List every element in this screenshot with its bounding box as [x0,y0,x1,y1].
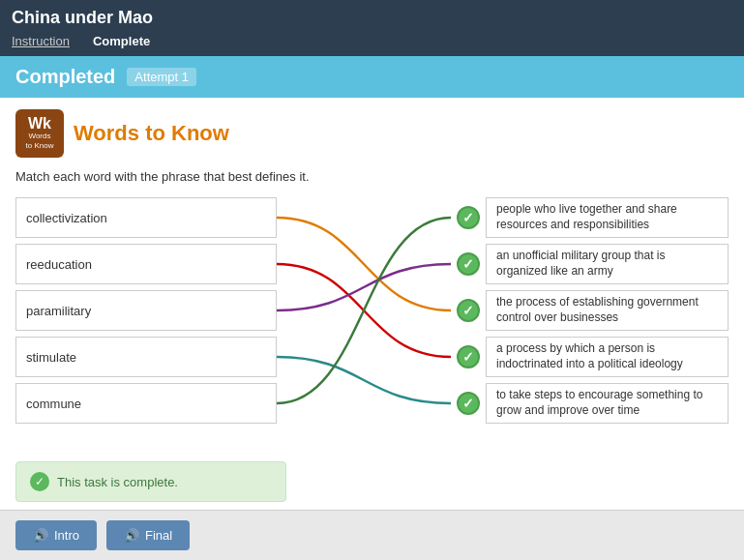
word-commune[interactable]: commune [15,383,277,424]
bottom-bar: 🔊 Intro 🔊 Final [0,510,744,560]
completed-bar: Completed Attempt 1 [0,56,744,98]
check-3: ✓ [455,290,482,331]
speaker-icon: 🔊 [33,528,48,543]
def-reeducation[interactable]: a process by which a person is indoctrin… [486,337,729,377]
check-4: ✓ [455,337,482,377]
def-collectivization[interactable]: the process of establishing government c… [486,290,729,331]
check-5: ✓ [455,383,482,424]
task-complete-text: This task is complete. [57,475,178,489]
instruction-text: Match each word with the phrase that bes… [15,169,729,184]
left-words-column: collectivization reeducation paramilitar… [15,197,277,450]
lines-area [277,197,451,450]
task-check-icon: ✓ [30,472,49,491]
attempt-badge: Attempt 1 [127,68,196,86]
words-header: Wk Wordsto Know Words to Know [15,109,729,158]
right-defs-column: people who live together and share resou… [486,197,729,450]
def-stimulate[interactable]: to take steps to encourage something to … [486,383,729,424]
final-button[interactable]: 🔊 Final [106,520,190,550]
logo-top: Wk [28,116,51,132]
words-logo: Wk Wordsto Know [15,109,64,158]
connection-lines [277,197,451,447]
intro-label: Intro [54,528,79,543]
word-stimulate[interactable]: stimulate [15,337,277,377]
task-complete-box: ✓ This task is complete. [15,461,286,502]
word-collectivization[interactable]: collectivization [15,197,277,238]
def-commune[interactable]: people who live together and share resou… [486,197,729,238]
check-2: ✓ [455,244,482,284]
nav-instruction[interactable]: Instruction [0,30,81,52]
word-reeducation[interactable]: reeducation [15,244,277,284]
speaker-icon-2: 🔊 [124,528,139,543]
check-column: ✓ ✓ ✓ ✓ ✓ [451,197,486,450]
words-to-know-title: Words to Know [74,121,229,146]
def-paramilitary[interactable]: an unofficial military group that is org… [486,244,729,284]
nav-complete[interactable]: Complete [81,30,162,52]
final-label: Final [145,528,172,543]
completed-label: Completed [15,66,115,88]
app-title: China under Mao [12,8,732,28]
check-1: ✓ [455,197,482,238]
title-bar: China under Mao Instruction Complete [0,0,744,56]
intro-button[interactable]: 🔊 Intro [15,520,97,550]
logo-bottom: Wordsto Know [26,132,54,150]
word-paramilitary[interactable]: paramilitary [15,290,277,331]
matching-area: collectivization reeducation paramilitar… [15,197,729,450]
content-area: Wk Wordsto Know Words to Know Match each… [0,98,744,521]
